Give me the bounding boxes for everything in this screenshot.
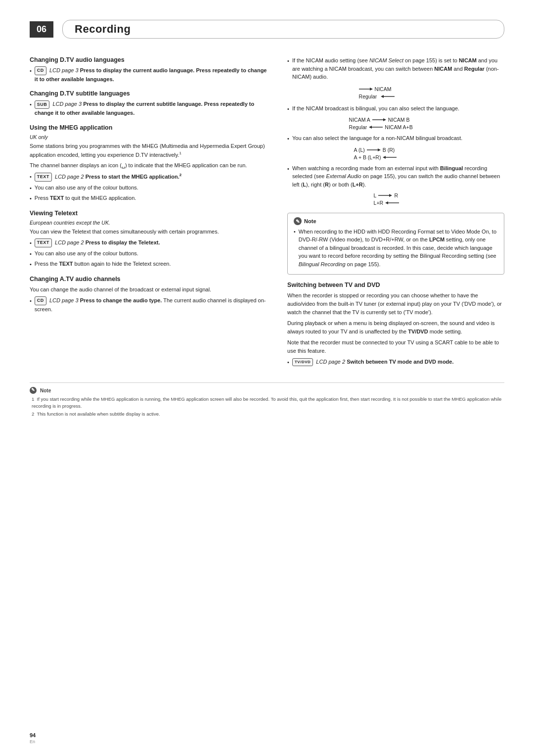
bullet-dot: • bbox=[287, 165, 289, 173]
section-title-dtv-subtitle: Changing D.TV subtitle languages bbox=[30, 90, 269, 97]
ab-lr-label: A + B (L+R) bbox=[354, 154, 381, 160]
bullet-text-mheg-1: TEXT LCD page 2 Press to start the MHEG … bbox=[35, 172, 181, 182]
bullet-dot: • bbox=[30, 194, 32, 203]
teletext-italic-note: European countries except the UK. bbox=[30, 220, 269, 226]
nicam-ab-flow-bottom: Regular NICAM A+B bbox=[349, 124, 413, 130]
ab-lr-flow-top: A (L) B (R) bbox=[354, 147, 395, 153]
bullet-dot: • bbox=[287, 105, 289, 113]
nicam-label: NICAM bbox=[375, 86, 392, 92]
l-label: L bbox=[374, 192, 377, 198]
lcd-icon-cd: CD bbox=[35, 66, 46, 75]
bullet-switching-1: • TV/DVD LCD page 2 Switch between TV mo… bbox=[287, 358, 504, 367]
svg-marker-3 bbox=[381, 95, 384, 98]
svg-marker-7 bbox=[369, 126, 372, 129]
left-column: Changing D.TV audio languages • CD LCD p… bbox=[30, 56, 269, 369]
nicam-flow-diagram: NICAM Regular bbox=[302, 86, 504, 99]
mheg-body-2: The channel banner displays an icon (␣) … bbox=[30, 161, 269, 170]
arrow-right-icon4 bbox=[378, 192, 392, 198]
svg-marker-11 bbox=[383, 156, 386, 159]
note-text-1: When recording to the HDD with HDD Recor… bbox=[299, 228, 498, 269]
footer-note-1: 1 If you start recording while the MHEG … bbox=[30, 396, 504, 410]
bullet-mheg-2: • You can also use any of the colour but… bbox=[30, 184, 269, 192]
nicam-flow-top: NICAM bbox=[359, 86, 392, 92]
note-icon: ✎ bbox=[294, 217, 302, 225]
arrow-left-icon2 bbox=[369, 124, 383, 130]
arrow-right-icon bbox=[359, 86, 373, 92]
bullet-dot: • bbox=[287, 135, 289, 143]
bullet-text-bilingual-1: If the NICAM broadcast is bilingual, you… bbox=[292, 104, 459, 113]
section-title-mheg: Using the MHEG application bbox=[30, 124, 269, 131]
nicam-b-label: NICAM B bbox=[388, 117, 410, 123]
lr-flow-bottom: L+R bbox=[374, 200, 400, 206]
nicam-ab-diagram: NICAM A NICAM B Regular bbox=[302, 117, 504, 130]
footer-note-icon-row: ✎ Note bbox=[30, 387, 504, 394]
switching-body-3: Note that the recorder must be connected… bbox=[287, 338, 504, 355]
lcd-icon-sub: SUB bbox=[35, 100, 50, 109]
ab-lr-diagram: A (L) B (R) A + B (L+R) bbox=[302, 147, 504, 160]
bullet-text-dtv-subtitle-1: SUB LCD page 3 Press to display the curr… bbox=[35, 100, 269, 117]
header-bar: 06 Recording bbox=[30, 20, 504, 39]
note-bullet-1: • When recording to the HDD with HDD Rec… bbox=[294, 228, 498, 269]
ab-lr-flow-bottom: A + B (L+R) bbox=[354, 154, 397, 160]
bullet-teletext-3: • Press the TEXT button again to hide th… bbox=[30, 260, 269, 269]
nicam-section: • If the NICAM audio setting (see NICAM … bbox=[287, 56, 504, 206]
bullet-dot: • bbox=[30, 297, 32, 305]
a-l-label: A (L) bbox=[354, 147, 365, 153]
section-atv-audio: Changing A.TV audio channels You can cha… bbox=[30, 276, 269, 313]
r-label: R bbox=[394, 192, 398, 198]
nicam-ab-label: NICAM A+B bbox=[385, 124, 412, 130]
footer-note-label: Note bbox=[40, 387, 51, 394]
bullet-dot: • bbox=[30, 173, 32, 181]
page-lang: En bbox=[30, 739, 35, 744]
teletext-body-1: You can view the Teletext that comes sim… bbox=[30, 228, 269, 236]
switching-body-2: During playback or when a menu is being … bbox=[287, 319, 504, 336]
svg-marker-13 bbox=[389, 194, 392, 197]
bullet-text-teletext-2: You can also use any of the colour butto… bbox=[35, 249, 138, 258]
content-columns: Changing D.TV audio languages • CD LCD p… bbox=[30, 56, 504, 369]
lr-diagram: L R L+R bbox=[302, 192, 504, 206]
right-column: • If the NICAM audio setting (see NICAM … bbox=[287, 56, 504, 369]
bullet-text-bilingual-ext: When watching a recording made from an e… bbox=[292, 164, 504, 189]
bullet-nicam-1: • If the NICAM audio setting (see NICAM … bbox=[287, 56, 504, 81]
bullet-dot: • bbox=[30, 239, 32, 247]
nicam-flow-bottom: Regular bbox=[359, 94, 395, 99]
lcd-icon-text2: TEXT bbox=[35, 238, 52, 247]
section-switching: Switching between TV and DVD When the re… bbox=[287, 282, 504, 367]
bullet-text-nicam-1: If the NICAM audio setting (see NICAM Se… bbox=[292, 56, 504, 81]
page-number: 94 bbox=[30, 732, 36, 738]
bullet-mheg-1: • TEXT LCD page 2 Press to start the MHE… bbox=[30, 172, 269, 182]
mheg-body-1: Some stations bring you programmes with … bbox=[30, 142, 269, 159]
section-title-switching: Switching between TV and DVD bbox=[287, 282, 504, 288]
bullet-dot: • bbox=[287, 57, 289, 65]
section-title-atv-audio: Changing A.TV audio channels bbox=[30, 276, 269, 283]
arrow-right-icon2 bbox=[372, 117, 386, 123]
regular-label: Regular bbox=[359, 94, 377, 99]
mheg-italic-note: UK only bbox=[30, 134, 269, 140]
b-r-label: B (R) bbox=[383, 147, 395, 153]
bullet-text-dtv-audio-1: CD LCD page 3 Press to display the curre… bbox=[35, 66, 269, 83]
bullet-text-mheg-2: You can also use any of the colour butto… bbox=[35, 184, 138, 192]
bullet-mheg-3: • Press TEXT to quit the MHEG applicatio… bbox=[30, 194, 269, 203]
section-title-dtv-audio: Changing D.TV audio languages bbox=[30, 56, 269, 63]
section-mheg: Using the MHEG application UK only Some … bbox=[30, 124, 269, 203]
svg-marker-15 bbox=[385, 201, 388, 204]
bullet-bilingual-ext: • When watching a recording made from an… bbox=[287, 164, 504, 189]
footer-notes: ✎ Note 1 If you start recording while th… bbox=[30, 382, 504, 418]
footer-note-2: 2 This function is not available when su… bbox=[30, 411, 504, 418]
arrow-right-icon3 bbox=[367, 147, 381, 153]
bullet-text-teletext-3: Press the TEXT button again to hide the … bbox=[35, 260, 171, 268]
bullet-dtv-audio-1: • CD LCD page 3 Press to display the cur… bbox=[30, 66, 269, 83]
bullet-text-atv-audio-1: CD LCD page 3 Press to change the audio … bbox=[35, 296, 269, 313]
page-title: Recording bbox=[62, 20, 504, 39]
bullet-teletext-2: • You can also use any of the colour but… bbox=[30, 249, 269, 258]
footer-note-icon: ✎ bbox=[30, 387, 37, 394]
page: 06 Recording Changing D.TV audio languag… bbox=[0, 0, 534, 756]
svg-marker-1 bbox=[370, 88, 373, 91]
bullet-teletext-1: • TEXT LCD page 2 Press to display the T… bbox=[30, 238, 269, 247]
section-title-teletext: Viewing Teletext bbox=[30, 210, 269, 217]
bullet-dot: • bbox=[294, 228, 296, 236]
bullet-dot: • bbox=[287, 358, 289, 367]
bullet-text-mheg-3: Press TEXT to quit the MHEG application. bbox=[35, 194, 136, 202]
bullet-text-switching-1: TV/DVD LCD page 2 Switch between TV mode… bbox=[292, 358, 454, 366]
nicam-a-label: NICAM A bbox=[349, 117, 370, 123]
